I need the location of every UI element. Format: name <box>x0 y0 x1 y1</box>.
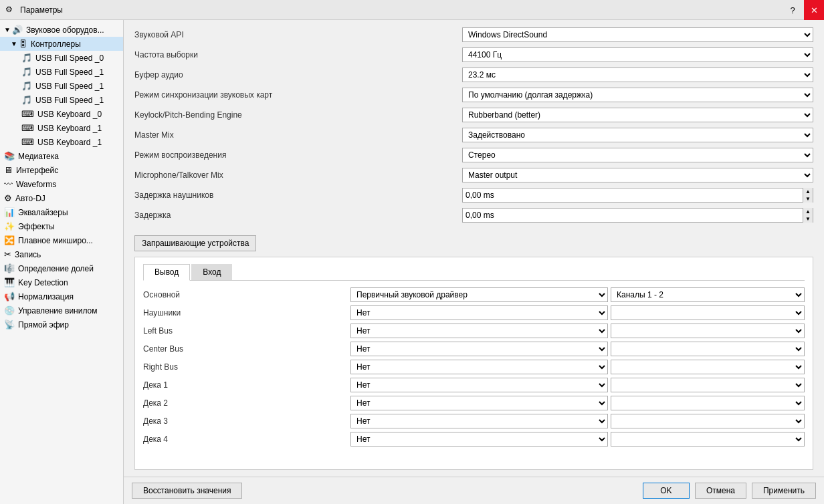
cancel-button[interactable]: Отмена <box>695 483 746 499</box>
sidebar-item-keyboard1a[interactable]: ⌨ USB Keyboard _1 <box>0 121 123 135</box>
auto-dj-icon: ⚙ <box>4 193 12 203</box>
keylock-select[interactable]: Rubberband (better) Soundtouch <box>462 108 813 122</box>
output-channels-select-deck2[interactable] <box>611 396 805 410</box>
buffer-row: Буфер аудио 23.2 мс 46.4 мс <box>134 67 813 83</box>
devices-button[interactable]: Запрашивающие устройства <box>134 235 256 251</box>
output-channels-select-center-bus[interactable] <box>611 342 805 356</box>
sidebar-item-interface[interactable]: 🖥 Интерфейс <box>0 163 123 177</box>
output-device-select-main[interactable]: Первичный звуковой драйвер Нет <box>350 287 608 302</box>
sidebar-item-usb1b[interactable]: 🎵 USB Full Speed _1 <box>0 79 123 93</box>
restore-button[interactable]: Восстановить значения <box>132 483 242 499</box>
playback-control: Стерео Моно <box>462 148 813 162</box>
sidebar-item-broadcast[interactable]: 📡 Прямой эфир <box>0 318 123 332</box>
audio-api-control: Windows DirectSound ASIO WASAPI <box>462 27 813 42</box>
sidebar-label-beat-detection: Определение долей <box>18 264 94 273</box>
audio-api-row: Звуковой API Windows DirectSound ASIO WA… <box>134 27 813 43</box>
headphone-delay-input[interactable] <box>463 188 803 202</box>
output-label-main: Основной <box>143 290 350 299</box>
spinbox-up2[interactable]: ▲ <box>803 208 813 215</box>
output-device-main: Первичный звуковой драйвер Нет <box>350 287 608 302</box>
sidebar-item-recording[interactable]: ✂ Запись <box>0 247 123 261</box>
master-mix-select[interactable]: Задействовано Отключено <box>462 128 813 142</box>
output-channels-deck1 <box>611 378 805 392</box>
sync-select[interactable]: По умолчанию (долгая задержка) Минимальн… <box>462 88 813 102</box>
ok-button[interactable]: OK <box>643 483 690 499</box>
output-channels-select-deck1[interactable] <box>611 378 805 392</box>
sidebar-item-vinyl[interactable]: 💿 Управление винилом <box>0 303 123 318</box>
sidebar-item-usb0[interactable]: 🎵 USB Full Speed _0 <box>0 51 123 65</box>
help-button[interactable]: ? <box>783 0 803 20</box>
keylock-label: Keylock/Pitch-Bending Engine <box>134 110 462 120</box>
footer-right: OK Отмена Применить <box>643 483 816 499</box>
output-device-select-headphones[interactable]: Нет Первичный звуковой драйвер <box>350 305 608 320</box>
output-device-select-center-bus[interactable]: Нет <box>350 342 608 356</box>
output-channels-select-deck3[interactable] <box>611 414 805 428</box>
sidebar-item-usb1c[interactable]: 🎵 USB Full Speed _1 <box>0 93 123 107</box>
footer-left: Восстановить значения <box>132 483 242 499</box>
output-device-deck3: Нет <box>350 414 608 428</box>
mic-select[interactable]: Master output Booth output <box>462 168 813 182</box>
inner-panel: Вывод Вход Основной Первичный звуковой д… <box>134 257 813 470</box>
output-device-center-bus: Нет <box>350 342 608 356</box>
output-label-deck3: Дека 3 <box>143 416 350 426</box>
buffer-select[interactable]: 23.2 мс 46.4 мс <box>462 68 813 82</box>
output-device-select-deck3[interactable]: Нет <box>350 414 608 428</box>
output-device-left-bus: Нет <box>350 324 608 338</box>
expand-icon: ▼ <box>11 40 17 47</box>
output-channels-select-deck4[interactable] <box>611 432 805 447</box>
sample-rate-select[interactable]: 44100 Гц 48000 Гц <box>462 47 813 62</box>
output-channels-select-left-bus[interactable] <box>611 324 805 338</box>
output-device-select-deck4[interactable]: Нет <box>350 432 608 447</box>
output-channels-select-right-bus[interactable] <box>611 360 805 374</box>
playback-select[interactable]: Стерео Моно <box>462 148 813 162</box>
sidebar-item-usb1a[interactable]: 🎵 USB Full Speed _1 <box>0 65 123 79</box>
keylock-row: Keylock/Pitch-Bending Engine Rubberband … <box>134 107 813 123</box>
sidebar-label-equalizers: Эквалайзеры <box>18 208 68 217</box>
sidebar-item-key-detection[interactable]: 🎹 Key Detection <box>0 275 123 289</box>
output-device-select-deck1[interactable]: Нет <box>350 378 608 392</box>
sidebar-item-auto-dj[interactable]: ⚙ Авто-DJ <box>0 191 123 205</box>
output-label-deck4: Дека 4 <box>143 434 350 444</box>
apply-button[interactable]: Применить <box>752 483 816 499</box>
output-device-select-right-bus[interactable]: Нет <box>350 360 608 374</box>
output-device-select-deck2[interactable]: Нет <box>350 396 608 410</box>
playback-label: Режим воспроизведения <box>134 150 462 160</box>
sidebar-item-keyboard0[interactable]: ⌨ USB Keyboard _0 <box>0 107 123 121</box>
keyboard-icon: ⌨ <box>21 137 34 147</box>
output-channels-main: Каналы 1 - 2 Каналы 3 - 4 <box>611 287 805 302</box>
output-device-select-left-bus[interactable]: Нет <box>350 324 608 338</box>
tab-output[interactable]: Вывод <box>143 264 190 281</box>
sidebar-item-waveforms[interactable]: 〰 Waveforms <box>0 177 123 191</box>
output-row-right-bus: Right Bus Нет <box>143 360 805 374</box>
sidebar-label-controllers: Контроллеры <box>31 39 81 49</box>
master-mix-row: Master Mix Задействовано Отключено <box>134 127 813 143</box>
close-button[interactable]: ✕ <box>804 0 824 20</box>
spinbox-up[interactable]: ▲ <box>803 188 813 195</box>
sidebar-item-controllers[interactable]: ▼ 🎛 Контроллеры <box>0 37 123 51</box>
spinbox-down2[interactable]: ▼ <box>803 215 813 223</box>
keylock-control: Rubberband (better) Soundtouch <box>462 108 813 122</box>
sidebar-item-audio-equipment[interactable]: ▼ 🔊 Звуковое оборудов... <box>0 23 123 37</box>
keyboard-icon: ⌨ <box>21 109 34 119</box>
tab-input[interactable]: Вход <box>191 264 232 280</box>
sidebar-label-keyboard1a: USB Keyboard _1 <box>37 124 102 133</box>
audio-api-select[interactable]: Windows DirectSound ASIO WASAPI <box>462 27 813 42</box>
sidebar-label-auto-dj: Авто-DJ <box>15 194 45 203</box>
sidebar-item-smooth-mix[interactable]: 🔀 Плавное микширо... <box>0 233 123 247</box>
window-title: Параметры <box>20 5 819 15</box>
delay-input[interactable] <box>463 209 803 222</box>
output-channels-select-main[interactable]: Каналы 1 - 2 Каналы 3 - 4 <box>611 287 805 302</box>
sidebar-item-normalization[interactable]: 📢 Нормализация <box>0 289 123 303</box>
sidebar-item-beat-detection[interactable]: 🎼 Определение долей <box>0 261 123 275</box>
sidebar-item-equalizers[interactable]: 📊 Эквалайзеры <box>0 205 123 219</box>
sidebar-item-effects[interactable]: ✨ Эффекты <box>0 219 123 233</box>
output-label-headphones: Наушники <box>143 308 350 318</box>
sidebar-item-keyboard1b[interactable]: ⌨ USB Keyboard _1 <box>0 135 123 149</box>
sidebar-label-waveforms: Waveforms <box>16 180 56 189</box>
headphone-delay-control: ▲ ▼ <box>462 188 813 203</box>
spinbox-down[interactable]: ▼ <box>803 195 813 203</box>
output-channels-select-headphones[interactable] <box>611 305 805 320</box>
sidebar-item-media[interactable]: 📚 Медиатека <box>0 149 123 163</box>
keyboard-icon: ⌨ <box>21 123 34 133</box>
sidebar-label-usb0: USB Full Speed _0 <box>35 53 104 63</box>
